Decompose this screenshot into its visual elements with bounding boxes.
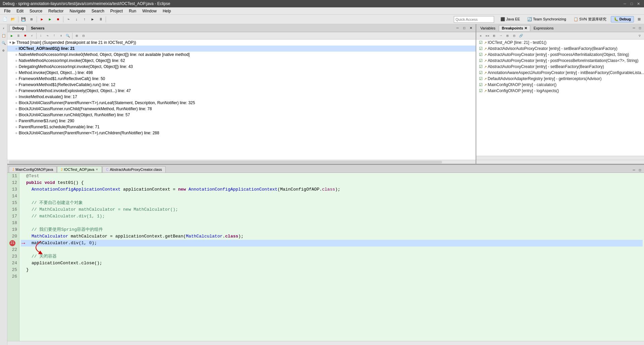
- toolbar-open-button[interactable]: 📂: [9, 16, 17, 23]
- debug-tab[interactable]: Debug: [9, 25, 27, 31]
- bp-item-1[interactable]: ☑ ↗ IOCTest_AOP [line: 21] - test01(): [476, 40, 644, 46]
- editor-maximize-btn[interactable]: □: [637, 167, 643, 172]
- bp-check-6[interactable]: ☑: [479, 70, 483, 75]
- thread-expand-icon[interactable]: ▼: [9, 41, 12, 44]
- tree-frame-7[interactable]: ≡ FrameworkMethod$1(ReflectiveCallable).…: [7, 82, 476, 88]
- bp-item-2[interactable]: ☑ ↗ AbstractAdvisorAutoProxyCreator [ent…: [476, 46, 644, 52]
- bp-view-menu-btn[interactable]: ▽: [637, 33, 643, 39]
- tree-frame-6[interactable]: ≡ FrameworkMethod$1.runReflectiveCall() …: [7, 76, 476, 82]
- editor-tab-ioctest[interactable]: J IOCTest_AOP.java ✕: [57, 166, 102, 172]
- debug-use-step-filters-btn[interactable]: 🔍: [65, 33, 71, 39]
- bp-check-5[interactable]: ☑: [479, 64, 483, 69]
- toolbar-resume-button[interactable]: ▶: [89, 16, 96, 23]
- tree-frame-15[interactable]: ≡ BlockJUnit4ClassRunner(ParentRunner<T>…: [7, 130, 476, 136]
- debug-panel-maximize[interactable]: □: [462, 25, 467, 31]
- editor-minimize-btn[interactable]: ─: [631, 167, 637, 172]
- toolbar-step-over-button[interactable]: ↷: [65, 16, 72, 23]
- debug-disconnect-btn[interactable]: ⚡: [29, 33, 35, 39]
- bp-check-2[interactable]: ☑: [479, 46, 483, 51]
- maximize-button[interactable]: □: [629, 1, 635, 7]
- toolbar-new-button[interactable]: 📄: [1, 16, 9, 23]
- ioctest-tab-close[interactable]: ✕: [96, 168, 98, 171]
- menu-edit[interactable]: Edit: [14, 8, 26, 14]
- bp-collapse-btn[interactable]: ⊟: [511, 33, 517, 39]
- bp-item-6[interactable]: ☑ ↗ AnnotationAwareAspectJAutoProxyCreat…: [476, 70, 644, 76]
- minimize-button[interactable]: ─: [622, 1, 628, 7]
- toolbar-stop-button[interactable]: ■: [54, 16, 62, 23]
- editor-tab-abstract[interactable]: C AbstractAutoProxyCreator.class: [102, 166, 166, 172]
- code-content[interactable]: @Test public void test01() { AnnotationC…: [19, 173, 644, 341]
- expressions-tab[interactable]: Expressions: [531, 25, 556, 31]
- bp-check-3[interactable]: ☑: [479, 52, 483, 57]
- toolbar-suspend-button[interactable]: ⏸: [97, 16, 104, 23]
- perspective-debug[interactable]: 🐛 Debug: [611, 16, 634, 22]
- tree-frame-9[interactable]: ≡ InvokeMethod.evaluate() line: 17: [7, 94, 476, 100]
- toolbar-save-all-button[interactable]: ⊞: [28, 16, 35, 23]
- variables-tab[interactable]: Variables: [478, 25, 498, 31]
- menu-help[interactable]: Help: [160, 8, 174, 14]
- debug-step-over-btn[interactable]: ↷: [45, 33, 51, 39]
- vars-panel-minimize[interactable]: ─: [631, 25, 637, 31]
- bp-remove-btn[interactable]: ✕: [478, 33, 484, 39]
- bp-item-8[interactable]: ☑ ↗ MainConfigOfAOP [entry] - calculator…: [476, 82, 644, 88]
- menu-file[interactable]: File: [1, 8, 13, 14]
- menu-run[interactable]: Run: [126, 8, 139, 14]
- debug-panel-minimize[interactable]: ─: [455, 25, 460, 31]
- side-icon-1[interactable]: ⚡: [1, 25, 7, 31]
- perspective-team-sync[interactable]: 🔄 Team Synchronizing: [524, 16, 569, 22]
- menu-search[interactable]: Search: [89, 8, 107, 14]
- side-icon-4[interactable]: ⚙: [1, 48, 7, 54]
- open-perspective-button[interactable]: ⊞: [635, 16, 643, 23]
- bp-show-supported-btn[interactable]: ⊞: [491, 33, 497, 39]
- debug-terminate-btn[interactable]: ■: [22, 33, 28, 39]
- debug-drop-to-frame-btn[interactable]: ⬆: [58, 33, 64, 39]
- toolbar-step-into-button[interactable]: ↓: [73, 16, 80, 23]
- side-icon-2[interactable]: 📋: [1, 33, 7, 39]
- bp-expand-btn[interactable]: ⊞: [504, 33, 511, 39]
- bp-item-7[interactable]: ☑ ↗ DefaultAdvisorAdapterRegistry [entry…: [476, 76, 644, 82]
- toolbar-debug-button[interactable]: ▶: [38, 16, 46, 23]
- bp-check-8[interactable]: ☑: [479, 82, 483, 87]
- bp-item-3[interactable]: ☑ ↗ AbstractAutoProxyCreator [entry] - p…: [476, 52, 644, 58]
- debug-tree-hscrollbar[interactable]: [7, 160, 476, 164]
- toolbar-save-button[interactable]: 💾: [20, 16, 27, 23]
- menu-refactor[interactable]: Refactor: [46, 8, 66, 14]
- tree-frame-10[interactable]: ≡ BlockJUnit4ClassRunner(ParentRunner<T>…: [7, 100, 476, 106]
- vars-panel-hscrollbar2[interactable]: [476, 160, 644, 164]
- menu-source[interactable]: Source: [27, 8, 45, 14]
- perspective-svn[interactable]: 📋 SVN 资源库研究: [571, 16, 609, 23]
- bp-remove-all-btn[interactable]: ✕✕: [484, 33, 490, 39]
- debug-step-into-btn[interactable]: ↓: [38, 33, 44, 39]
- debug-panel-close[interactable]: ✕: [468, 25, 474, 31]
- debug-collapse-all-btn[interactable]: ⊟: [80, 33, 87, 39]
- bp-check-7[interactable]: ☑: [479, 76, 483, 81]
- tree-frame-13[interactable]: ≡ ParentRunner$3.run() line: 290: [7, 118, 476, 124]
- vars-panel-maximize[interactable]: □: [637, 25, 643, 31]
- tree-frame-4[interactable]: ≡ DelegatingMethodAccessorImpl.invoke(Ob…: [7, 64, 476, 70]
- toolbar-step-return-button[interactable]: ↑: [81, 16, 88, 23]
- servers-tab[interactable]: Servers: [28, 25, 47, 31]
- editor-tab-main-config[interactable]: J MainConfigOfAOP.java: [9, 166, 57, 172]
- tree-frame-14[interactable]: ≡ ParentRunner$1.schedule(Runnable) line…: [7, 124, 476, 130]
- bp-check-1[interactable]: ☑: [479, 40, 483, 45]
- quick-access-input[interactable]: [454, 16, 494, 23]
- breakpoints-tab[interactable]: Breakpoints ✕: [499, 25, 530, 31]
- bp-go-to-file-btn[interactable]: →: [498, 33, 504, 39]
- tree-frame-2[interactable]: ≡ NativeMethodAccessorImpl.invoke0(Metho…: [7, 52, 476, 58]
- tree-frame-11[interactable]: ≡ BlockJUnit4ClassRunner.runChild(Framew…: [7, 106, 476, 112]
- close-button[interactable]: ✕: [635, 1, 641, 7]
- tree-frame-12[interactable]: ≡ BlockJUnit4ClassRunner.runChild(Object…: [7, 112, 476, 118]
- bp-check-4[interactable]: ☑: [479, 58, 483, 63]
- tree-frame-8[interactable]: ≡ FrameworkMethod.invokeExplosively(Obje…: [7, 88, 476, 94]
- vars-panel-hscrollbar[interactable]: [476, 156, 644, 160]
- tree-frame-1[interactable]: ≡ IOCTest_AOP.test01() line: 21: [7, 46, 476, 52]
- bp-link-editor-btn[interactable]: 🔗: [518, 33, 524, 39]
- menu-navigate[interactable]: Navigate: [67, 8, 88, 14]
- toolbar-run-button[interactable]: ▶: [46, 16, 54, 23]
- debug-step-return-btn[interactable]: ↑: [51, 33, 57, 39]
- tree-thread-row[interactable]: ▼ ▶ Thread [main] (Suspended (breakpoint…: [7, 40, 476, 46]
- side-icon-3[interactable]: 🔍: [1, 40, 7, 46]
- bp-item-9[interactable]: ☑ ↗ MainConfigOfAOP [entry] - logAspects…: [476, 88, 644, 94]
- tree-frame-5[interactable]: ≡ Method.invoke(Object, Object...) line:…: [7, 70, 476, 76]
- perspective-java-ee[interactable]: ⬛ Java EE: [497, 16, 523, 22]
